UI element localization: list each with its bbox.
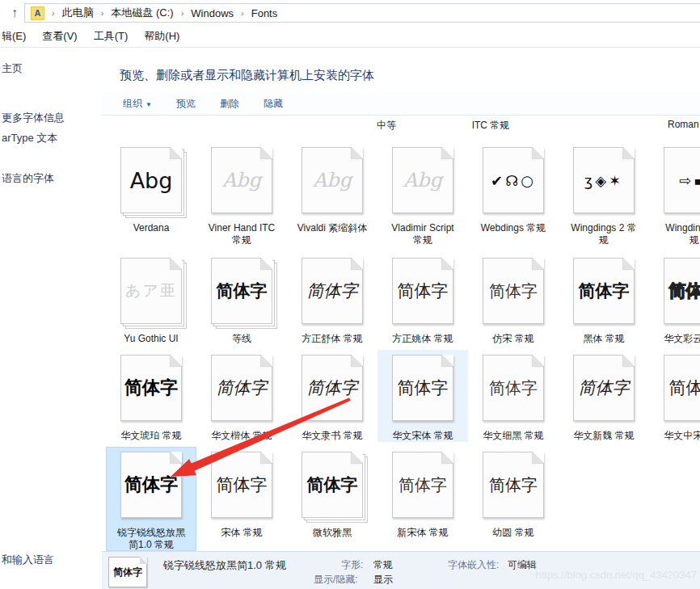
- preview-button[interactable]: 预览: [176, 97, 196, 111]
- font-tile-label: 微软雅黑: [313, 527, 352, 539]
- page-title: 预览、删除或者显示和隐藏计算机上安装的字体: [120, 68, 374, 83]
- tile-songti[interactable]: 简体字 宋体 常规: [196, 447, 287, 551]
- tile-xinsongti[interactable]: 简体字 新宋体 常规: [377, 447, 468, 551]
- breadcrumb-fonts[interactable]: Fonts: [248, 7, 281, 19]
- tile-fangzheng-yaoti[interactable]: 简体字 方正姚体 常规: [377, 253, 468, 345]
- tile-huawen-hupo[interactable]: 简体字 华文琥珀 常规: [106, 350, 196, 442]
- tile-wingdings-2[interactable]: ʒ◈✶ Wingdings 2 常规: [559, 142, 649, 246]
- font-tile-label: Verdana: [133, 222, 170, 234]
- menu-view[interactable]: 查看(V): [42, 29, 77, 44]
- breadcrumb-this-pc[interactable]: 此电脑: [59, 6, 97, 20]
- tile-fangsong[interactable]: 简体字 仿宋 常规: [468, 253, 559, 345]
- font-glyph: 简体字: [109, 557, 146, 587]
- tile-huawen-caiyun[interactable]: 简体字 华文彩云 常规: [649, 253, 700, 345]
- font-glyph: 简体字: [398, 280, 449, 302]
- breadcrumb-chevron-icon: ›: [97, 8, 108, 18]
- font-glyph: 简体字: [124, 473, 178, 497]
- font-style-value: 常规: [373, 558, 393, 572]
- font-tile-label: 等线: [232, 333, 251, 345]
- font-glyph: Abg: [222, 169, 261, 191]
- tile-vladimir-script[interactable]: Abg Vladimir Script常规: [377, 142, 468, 246]
- tile-vivaldi[interactable]: Abg Vivaldi 紧缩斜体: [287, 142, 377, 246]
- font-glyph: 简体字: [307, 473, 358, 496]
- font-glyph: 简体字: [217, 473, 268, 496]
- breadcrumb-local-disk-c[interactable]: 本地磁盘 (C:): [108, 6, 176, 20]
- menu-help[interactable]: 帮助(H): [144, 29, 179, 44]
- font-grid-row: 简体字 锐字锐线怒放黑简1.0 常规 简体字 宋体 常规 简体字 微软雅黑 简体…: [106, 447, 559, 551]
- font-tile-label: Webdings 常规: [481, 222, 546, 234]
- font-glyph: 简体字: [669, 280, 700, 302]
- tile-yu-gothic-ui[interactable]: あア亜 Yu Gothic UI: [106, 253, 196, 345]
- font-tile-label: 宋体 常规: [221, 527, 262, 539]
- partial-tile-label: Roman: [668, 119, 699, 130]
- menu-edit[interactable]: 辑(E): [2, 29, 26, 44]
- hide-button[interactable]: 隐藏: [264, 97, 283, 111]
- sidebar-item-input-language[interactable]: 和输入语言: [2, 553, 54, 567]
- tile-huawen-kaiti[interactable]: 简体字 华文楷体 常规: [196, 350, 287, 442]
- tile-huawen-zhongsong[interactable]: 简体字 华文中宋 常规: [649, 350, 700, 442]
- tile-wingdings[interactable]: ⇨▬ Wingdings 常规: [649, 142, 700, 246]
- tile-webdings[interactable]: ✔☊○ Webdings 常规: [468, 142, 559, 246]
- tile-microsoft-yahei[interactable]: 简体字 微软雅黑: [287, 447, 377, 551]
- tile-heiti[interactable]: 简体字 黑体 常规: [559, 253, 649, 345]
- sidebar-item-language-fonts[interactable]: 语言的字体: [2, 171, 54, 186]
- menu-bar: 辑(E) 查看(V) 工具(T) 帮助(H): [0, 26, 700, 48]
- main-content: 预览、删除或者显示和隐藏计算机上安装的字体 组织▼ 预览 删除 隐藏 中等 IT…: [102, 48, 700, 551]
- breadcrumb-chevron-icon: ›: [177, 8, 188, 18]
- font-tile-label: 华文琥珀 常规: [120, 430, 181, 442]
- tile-ruizi-ruixian-nufang-hei[interactable]: 简体字 锐字锐线怒放黑简1.0 常规: [106, 447, 196, 551]
- font-tile-label: 华文新魏 常规: [573, 430, 634, 442]
- sidebar-item-cleartype-text[interactable]: arType 文本: [2, 131, 57, 145]
- chevron-down-icon: ▼: [145, 101, 152, 108]
- address-bar[interactable]: A › 此电脑 › 本地磁盘 (C:) › Windows › Fonts: [24, 3, 700, 23]
- font-tile-label: Yu Gothic UI: [124, 333, 178, 345]
- font-tile-label: 华文隶书 常规: [302, 430, 362, 442]
- menu-tools[interactable]: 工具(T): [94, 29, 129, 44]
- font-tile-label: 黑体 常规: [583, 333, 624, 345]
- tile-huawen-songti[interactable]: 简体字 华文宋体 常规: [377, 350, 468, 442]
- font-tile-label: Wingdings 2 常规: [571, 222, 636, 246]
- font-glyph: ⇨▬: [679, 172, 700, 189]
- watermark-text: https://blog.csdn.net/qq_43420347: [445, 569, 697, 581]
- show-hide-value: 显示: [373, 573, 393, 587]
- delete-button[interactable]: 删除: [220, 97, 239, 111]
- command-toolbar: 组织▼ 预览 删除 隐藏: [102, 93, 700, 116]
- font-tile-label: 华文细黑 常规: [483, 430, 543, 442]
- details-pane: 简体字 锐字锐线怒放黑简1.0 常规 字形: 常规 显示/隐藏: 显示 字体嵌入…: [102, 551, 700, 589]
- fonts-folder-icon: A: [31, 6, 44, 20]
- up-arrow-button[interactable]: ↑: [6, 4, 23, 22]
- font-glyph: 简体字: [579, 377, 630, 399]
- address-toolbar: ↑ A › 此电脑 › 本地磁盘 (C:) › Windows › Fonts: [0, 0, 700, 26]
- breadcrumb-chevron-icon: ›: [237, 8, 248, 18]
- font-glyph: ✔☊○: [491, 172, 536, 189]
- tile-huawen-lishu[interactable]: 简体字 华文隶书 常规: [287, 350, 377, 442]
- font-glyph: 简体字: [669, 377, 700, 399]
- partial-tile-label: 中等: [377, 119, 396, 133]
- font-grid-row: 简体字 华文琥珀 常规 简体字 华文楷体 常规 简体字 华文隶书 常规 简体字 …: [106, 350, 700, 442]
- tile-fangzheng-shuti[interactable]: 简体字 方正舒体 常规: [287, 253, 377, 345]
- tile-huawen-xinwei[interactable]: 简体字 华文新魏 常规: [559, 350, 649, 442]
- font-tile-label: 华文楷体 常规: [211, 430, 272, 442]
- font-tile-label: 华文彩云 常规: [664, 333, 700, 345]
- tile-huawen-xihei[interactable]: 简体字 华文细黑 常规: [468, 350, 559, 442]
- font-glyph: 简体字: [307, 377, 358, 399]
- font-tile-label: 幼圆 常规: [492, 527, 533, 539]
- font-glyph: 简体字: [489, 377, 538, 399]
- tile-viner-hand-itc[interactable]: Abg Viner Hand ITC常规: [196, 142, 287, 246]
- sidebar: 主页 更多字体信息 arType 文本 语言的字体 和输入语言: [0, 48, 102, 589]
- sidebar-item-more-font-info[interactable]: 更多字体信息: [2, 111, 65, 125]
- font-glyph: 简体字: [124, 376, 178, 400]
- breadcrumb-windows[interactable]: Windows: [188, 7, 237, 19]
- partial-tile-label: ITC 常规: [472, 119, 510, 133]
- sidebar-item-home[interactable]: 主页: [2, 61, 23, 76]
- font-grid-row: あア亜 Yu Gothic UI 简体字 等线 简体字 方正舒体 常规 简体字 …: [106, 253, 700, 345]
- breadcrumb-chevron-icon: ›: [48, 8, 59, 18]
- font-tile-label: Viner Hand ITC常规: [209, 222, 275, 246]
- organize-button[interactable]: 组织▼: [123, 97, 152, 111]
- font-glyph: 简体字: [398, 377, 449, 399]
- font-tile-label: 方正姚体 常规: [392, 333, 453, 345]
- tile-youyuan[interactable]: 简体字 幼圆 常规: [468, 447, 559, 551]
- font-tile-label: 华文中宋 常规: [664, 430, 700, 442]
- tile-dengxian[interactable]: 简体字 等线: [196, 253, 287, 345]
- tile-verdana[interactable]: Abg Verdana: [106, 142, 196, 246]
